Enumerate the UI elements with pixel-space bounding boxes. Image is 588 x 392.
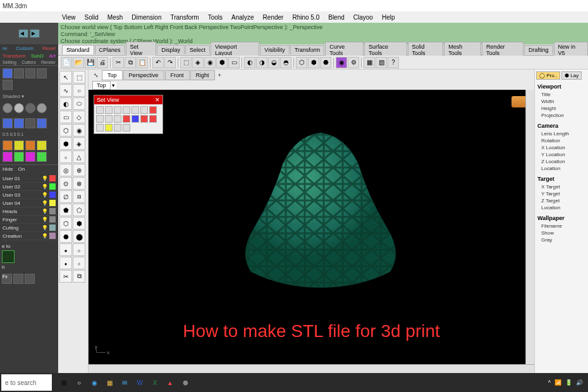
tool-icon[interactable] [14,68,24,78]
view-icon[interactable] [114,115,121,123]
tool-icon[interactable]: ⬣ [320,57,331,68]
props-tab-lay[interactable]: ⬢ Lay [561,71,582,80]
tool-palette-icon[interactable]: ⬥ [59,243,72,256]
print-icon[interactable]: 🖨 [97,57,108,68]
on-label[interactable]: On [18,166,25,172]
prop-height[interactable]: Height [537,105,585,112]
menu-mesh[interactable]: Mesh [104,13,126,22]
tab-transform[interactable]: Transform [290,45,325,54]
prop-gray[interactable]: Gray [537,236,585,243]
prop-z-target[interactable]: Z Target [537,197,585,204]
navigation-cube[interactable] [511,96,527,107]
fx-icon[interactable] [13,274,23,284]
header-label[interactable]: Setting [3,60,16,64]
tool-palette-icon[interactable]: ⧉ [73,270,85,283]
view-icon[interactable] [132,115,139,123]
prop-y-target[interactable]: Y Target [537,190,585,197]
view-icon[interactable] [105,115,113,123]
sphere-icon[interactable] [3,103,13,113]
tool-palette-icon[interactable]: ◎ [59,164,72,176]
tool-icon[interactable] [25,152,35,162]
fx-icon[interactable] [25,274,35,284]
prop-title[interactable]: Title [537,91,585,98]
sphere-icon[interactable] [37,103,47,113]
tool-icon[interactable]: ◐ [244,57,255,68]
prop-location[interactable]: Location [537,204,585,211]
tool-icon[interactable] [3,118,13,128]
tool-palette-icon[interactable]: ⬟ [59,204,72,216]
back-arrow-icon[interactable]: ◄ [18,29,28,38]
excel-icon[interactable]: X [148,374,162,391]
layer-row[interactable]: Cutting💡 [1,224,57,232]
view-icon[interactable] [123,124,130,132]
tool-palette-icon[interactable]: ⧈ [73,190,85,203]
tool-icon[interactable] [25,68,35,78]
tool-palette-icon[interactable]: ⬢ [59,137,72,150]
tab-cplanes[interactable]: CPlanes [95,45,125,54]
prop-x-location[interactable]: X Location [537,144,585,151]
layer-row[interactable]: User 03💡 [1,191,57,199]
view-icon[interactable] [114,106,121,114]
taskbar-search[interactable]: e to search [1,374,52,391]
tool-palette-icon[interactable]: ⊗ [73,177,85,190]
new-icon[interactable]: 📄 [61,57,72,68]
view-icon[interactable] [132,106,139,114]
layer-row[interactable]: Finger💡 [1,216,57,224]
props-tab-pro.[interactable]: ◯ Pro.. [536,71,560,80]
tool-icon[interactable]: ⬚ [180,57,192,68]
header-label[interactable]: Reset [42,46,56,51]
wifi-icon[interactable]: 📶 [554,379,561,386]
tool-icon[interactable] [3,140,13,150]
volume-icon[interactable]: 🔊 [576,379,583,386]
tool-icon[interactable]: ⬢ [308,57,319,68]
tool-icon[interactable]: ◈ [192,57,204,68]
hide-label[interactable]: Hide [3,166,13,172]
scrollbar-vertical[interactable] [525,90,534,364]
tool-palette-icon[interactable]: ⬧ [59,257,72,269]
tool-palette-icon[interactable]: ⬨ [73,257,85,269]
mail-icon[interactable]: ✉ [118,374,132,391]
view-icon[interactable] [96,106,104,114]
fx-icon[interactable]: Fx [2,274,12,284]
prop-projection[interactable]: Projection [537,112,585,119]
view-icon[interactable] [114,124,121,132]
header-label[interactable]: Custom [16,46,34,51]
cursor-icon[interactable]: ⤡ [91,72,101,78]
tool-icon[interactable] [25,118,35,128]
forward-arrow-icon[interactable]: ► [30,29,40,38]
view-icon[interactable] [96,115,104,123]
view-icon[interactable] [140,106,148,114]
copy-icon[interactable]: ⧉ [125,57,136,68]
tool-icon[interactable]: ◉ [204,57,216,68]
explorer-icon[interactable]: ▦ [102,374,116,391]
view-icon[interactable] [96,124,104,132]
header-label[interactable]: Transform [3,53,25,59]
app-icon[interactable]: ▲ [163,374,177,391]
tool-icon[interactable]: ▭ [228,57,240,68]
system-tray[interactable]: ^ 📶 🔋 🔊 [548,379,588,386]
menu-help[interactable]: Help [378,13,399,22]
view-icon[interactable] [123,106,130,114]
command-history[interactable]: Choose world view ( Top Bottom Left Righ… [58,23,588,44]
tool-palette-icon[interactable]: ⬚ [73,71,85,83]
viewport-tab-right[interactable]: Right [190,70,215,80]
prop-location[interactable]: Location [537,165,585,172]
tool-palette-icon[interactable]: ↖ [59,71,72,83]
tool-palette-icon[interactable]: ⊕ [73,164,85,176]
tool-icon[interactable]: ▧ [376,57,387,68]
tool-icon[interactable] [14,118,24,128]
sphere-icon[interactable] [25,103,35,113]
menu-solid[interactable]: Solid [81,13,102,22]
task-view-icon[interactable]: ⊞ [57,374,71,391]
view-icon[interactable] [149,106,157,114]
tool-icon[interactable]: ◒ [268,57,279,68]
tool-icon[interactable]: ? [388,57,399,68]
viewport-tab-front[interactable]: Front [165,70,190,80]
menu-transform[interactable]: Transform [166,13,202,22]
tool-icon[interactable] [14,152,24,162]
menu-tools[interactable]: Tools [204,13,226,22]
prop-lens-length[interactable]: Lens Length [537,130,585,137]
tool-palette-icon[interactable]: ⬢ [73,217,85,230]
tool-icon[interactable] [3,152,13,162]
tool-icon[interactable]: ◓ [280,57,291,68]
